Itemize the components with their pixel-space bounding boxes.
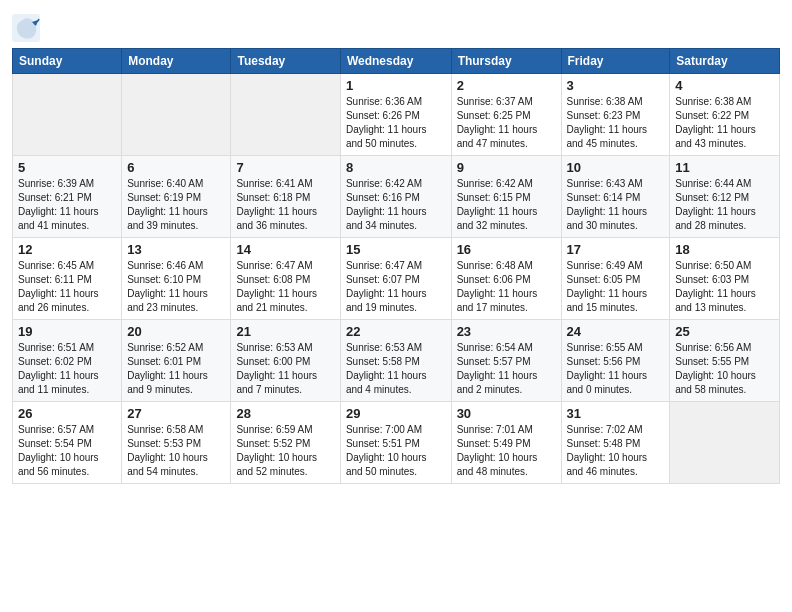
day-number: 2 <box>457 78 556 93</box>
day-number: 27 <box>127 406 225 421</box>
calendar-cell: 2Sunrise: 6:37 AM Sunset: 6:25 PM Daylig… <box>451 74 561 156</box>
day-info: Sunrise: 6:42 AM Sunset: 6:16 PM Dayligh… <box>346 177 446 233</box>
day-number: 19 <box>18 324 116 339</box>
calendar-header-row: SundayMondayTuesdayWednesdayThursdayFrid… <box>13 49 780 74</box>
calendar-cell: 5Sunrise: 6:39 AM Sunset: 6:21 PM Daylig… <box>13 156 122 238</box>
day-info: Sunrise: 7:01 AM Sunset: 5:49 PM Dayligh… <box>457 423 556 479</box>
day-info: Sunrise: 6:45 AM Sunset: 6:11 PM Dayligh… <box>18 259 116 315</box>
day-info: Sunrise: 6:54 AM Sunset: 5:57 PM Dayligh… <box>457 341 556 397</box>
calendar-cell: 9Sunrise: 6:42 AM Sunset: 6:15 PM Daylig… <box>451 156 561 238</box>
calendar-cell: 21Sunrise: 6:53 AM Sunset: 6:00 PM Dayli… <box>231 320 340 402</box>
calendar-cell: 14Sunrise: 6:47 AM Sunset: 6:08 PM Dayli… <box>231 238 340 320</box>
calendar-cell: 13Sunrise: 6:46 AM Sunset: 6:10 PM Dayli… <box>122 238 231 320</box>
calendar-cell: 1Sunrise: 6:36 AM Sunset: 6:26 PM Daylig… <box>340 74 451 156</box>
day-number: 14 <box>236 242 334 257</box>
day-number: 15 <box>346 242 446 257</box>
calendar-header-friday: Friday <box>561 49 670 74</box>
day-number: 1 <box>346 78 446 93</box>
calendar-cell: 10Sunrise: 6:43 AM Sunset: 6:14 PM Dayli… <box>561 156 670 238</box>
calendar-cell <box>670 402 780 484</box>
calendar-week-row: 12Sunrise: 6:45 AM Sunset: 6:11 PM Dayli… <box>13 238 780 320</box>
logo-icon <box>12 14 40 42</box>
page-container: SundayMondayTuesdayWednesdayThursdayFrid… <box>0 0 792 494</box>
day-number: 3 <box>567 78 665 93</box>
day-info: Sunrise: 6:38 AM Sunset: 6:23 PM Dayligh… <box>567 95 665 151</box>
day-number: 4 <box>675 78 774 93</box>
calendar-cell: 30Sunrise: 7:01 AM Sunset: 5:49 PM Dayli… <box>451 402 561 484</box>
calendar-cell: 25Sunrise: 6:56 AM Sunset: 5:55 PM Dayli… <box>670 320 780 402</box>
day-info: Sunrise: 6:56 AM Sunset: 5:55 PM Dayligh… <box>675 341 774 397</box>
day-number: 6 <box>127 160 225 175</box>
calendar-cell: 4Sunrise: 6:38 AM Sunset: 6:22 PM Daylig… <box>670 74 780 156</box>
calendar-week-row: 19Sunrise: 6:51 AM Sunset: 6:02 PM Dayli… <box>13 320 780 402</box>
calendar-cell: 3Sunrise: 6:38 AM Sunset: 6:23 PM Daylig… <box>561 74 670 156</box>
day-number: 22 <box>346 324 446 339</box>
day-info: Sunrise: 6:53 AM Sunset: 5:58 PM Dayligh… <box>346 341 446 397</box>
day-info: Sunrise: 6:47 AM Sunset: 6:07 PM Dayligh… <box>346 259 446 315</box>
day-number: 17 <box>567 242 665 257</box>
day-number: 20 <box>127 324 225 339</box>
day-number: 23 <box>457 324 556 339</box>
calendar-cell: 28Sunrise: 6:59 AM Sunset: 5:52 PM Dayli… <box>231 402 340 484</box>
calendar-cell: 8Sunrise: 6:42 AM Sunset: 6:16 PM Daylig… <box>340 156 451 238</box>
calendar-week-row: 26Sunrise: 6:57 AM Sunset: 5:54 PM Dayli… <box>13 402 780 484</box>
calendar-cell <box>13 74 122 156</box>
calendar-cell: 23Sunrise: 6:54 AM Sunset: 5:57 PM Dayli… <box>451 320 561 402</box>
calendar-cell: 26Sunrise: 6:57 AM Sunset: 5:54 PM Dayli… <box>13 402 122 484</box>
day-info: Sunrise: 6:58 AM Sunset: 5:53 PM Dayligh… <box>127 423 225 479</box>
calendar-header-sunday: Sunday <box>13 49 122 74</box>
day-number: 25 <box>675 324 774 339</box>
calendar-header-tuesday: Tuesday <box>231 49 340 74</box>
calendar-week-row: 5Sunrise: 6:39 AM Sunset: 6:21 PM Daylig… <box>13 156 780 238</box>
day-number: 28 <box>236 406 334 421</box>
day-number: 5 <box>18 160 116 175</box>
day-number: 9 <box>457 160 556 175</box>
calendar-header-wednesday: Wednesday <box>340 49 451 74</box>
calendar-week-row: 1Sunrise: 6:36 AM Sunset: 6:26 PM Daylig… <box>13 74 780 156</box>
day-number: 7 <box>236 160 334 175</box>
day-info: Sunrise: 6:49 AM Sunset: 6:05 PM Dayligh… <box>567 259 665 315</box>
day-info: Sunrise: 6:47 AM Sunset: 6:08 PM Dayligh… <box>236 259 334 315</box>
calendar-cell: 18Sunrise: 6:50 AM Sunset: 6:03 PM Dayli… <box>670 238 780 320</box>
logo <box>12 14 44 42</box>
day-info: Sunrise: 6:43 AM Sunset: 6:14 PM Dayligh… <box>567 177 665 233</box>
day-info: Sunrise: 6:53 AM Sunset: 6:00 PM Dayligh… <box>236 341 334 397</box>
calendar-cell: 7Sunrise: 6:41 AM Sunset: 6:18 PM Daylig… <box>231 156 340 238</box>
calendar-cell: 27Sunrise: 6:58 AM Sunset: 5:53 PM Dayli… <box>122 402 231 484</box>
calendar-cell: 6Sunrise: 6:40 AM Sunset: 6:19 PM Daylig… <box>122 156 231 238</box>
calendar-cell: 22Sunrise: 6:53 AM Sunset: 5:58 PM Dayli… <box>340 320 451 402</box>
day-info: Sunrise: 6:46 AM Sunset: 6:10 PM Dayligh… <box>127 259 225 315</box>
day-info: Sunrise: 6:36 AM Sunset: 6:26 PM Dayligh… <box>346 95 446 151</box>
day-info: Sunrise: 6:57 AM Sunset: 5:54 PM Dayligh… <box>18 423 116 479</box>
day-number: 31 <box>567 406 665 421</box>
header <box>12 10 780 42</box>
calendar-table: SundayMondayTuesdayWednesdayThursdayFrid… <box>12 48 780 484</box>
day-info: Sunrise: 6:37 AM Sunset: 6:25 PM Dayligh… <box>457 95 556 151</box>
day-info: Sunrise: 6:44 AM Sunset: 6:12 PM Dayligh… <box>675 177 774 233</box>
day-number: 30 <box>457 406 556 421</box>
calendar-cell: 20Sunrise: 6:52 AM Sunset: 6:01 PM Dayli… <box>122 320 231 402</box>
day-number: 12 <box>18 242 116 257</box>
day-info: Sunrise: 6:39 AM Sunset: 6:21 PM Dayligh… <box>18 177 116 233</box>
calendar-cell: 24Sunrise: 6:55 AM Sunset: 5:56 PM Dayli… <box>561 320 670 402</box>
day-number: 16 <box>457 242 556 257</box>
calendar-cell: 11Sunrise: 6:44 AM Sunset: 6:12 PM Dayli… <box>670 156 780 238</box>
day-info: Sunrise: 6:55 AM Sunset: 5:56 PM Dayligh… <box>567 341 665 397</box>
calendar-cell: 31Sunrise: 7:02 AM Sunset: 5:48 PM Dayli… <box>561 402 670 484</box>
day-number: 18 <box>675 242 774 257</box>
day-info: Sunrise: 6:48 AM Sunset: 6:06 PM Dayligh… <box>457 259 556 315</box>
day-info: Sunrise: 6:50 AM Sunset: 6:03 PM Dayligh… <box>675 259 774 315</box>
calendar-header-saturday: Saturday <box>670 49 780 74</box>
day-info: Sunrise: 7:00 AM Sunset: 5:51 PM Dayligh… <box>346 423 446 479</box>
day-number: 11 <box>675 160 774 175</box>
day-info: Sunrise: 6:52 AM Sunset: 6:01 PM Dayligh… <box>127 341 225 397</box>
day-info: Sunrise: 6:40 AM Sunset: 6:19 PM Dayligh… <box>127 177 225 233</box>
day-number: 29 <box>346 406 446 421</box>
calendar-cell: 17Sunrise: 6:49 AM Sunset: 6:05 PM Dayli… <box>561 238 670 320</box>
calendar-cell: 12Sunrise: 6:45 AM Sunset: 6:11 PM Dayli… <box>13 238 122 320</box>
calendar-cell: 19Sunrise: 6:51 AM Sunset: 6:02 PM Dayli… <box>13 320 122 402</box>
day-info: Sunrise: 6:42 AM Sunset: 6:15 PM Dayligh… <box>457 177 556 233</box>
day-number: 13 <box>127 242 225 257</box>
calendar-cell <box>231 74 340 156</box>
calendar-cell <box>122 74 231 156</box>
